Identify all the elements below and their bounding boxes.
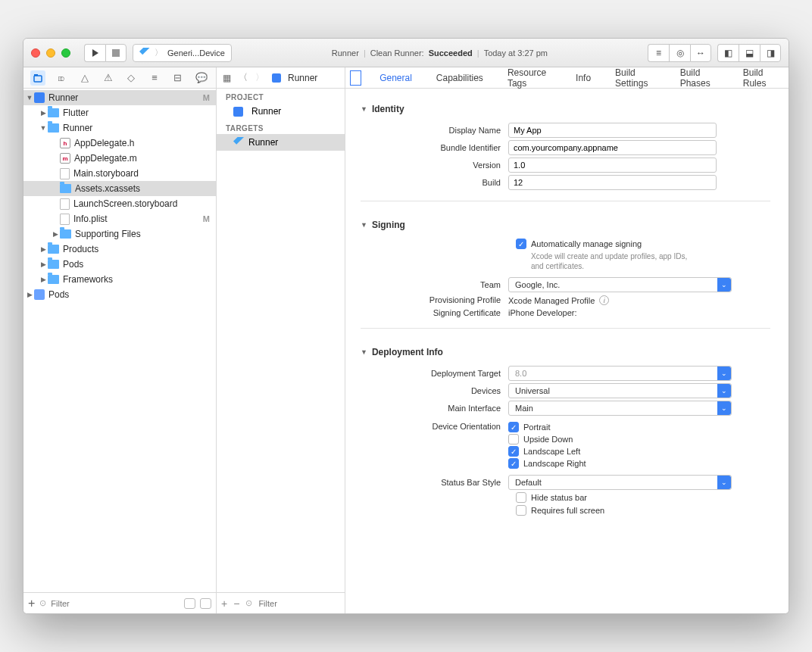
standard-editor-button[interactable]: ≡ [648, 44, 669, 62]
chevron-down-icon: ⌄ [717, 278, 731, 292]
tab-resource-tags[interactable]: Resource Tags [495, 67, 564, 88]
status-bar-style-select[interactable]: Default⌄ [508, 475, 732, 490]
bundle-id-input[interactable] [508, 140, 717, 155]
tree-item-label: LaunchScreen.storyboard [73, 198, 177, 209]
info-icon[interactable]: i [599, 295, 609, 305]
project-item-label: Runner [251, 106, 281, 117]
target-item[interactable]: Runner [217, 134, 345, 151]
main-interface-select[interactable]: Main⌄ [508, 401, 732, 416]
hide-status-bar-checkbox[interactable] [516, 492, 526, 503]
deployment-section-header[interactable]: ▼Deployment Info [361, 339, 770, 363]
deployment-target-select[interactable]: 8.0⌄ [508, 366, 732, 381]
scheme-selector[interactable]: 〉 Generi...Device [133, 44, 232, 62]
signing-section-header[interactable]: ▼Signing [361, 212, 770, 236]
close-button[interactable] [31, 48, 40, 58]
breadcrumb[interactable]: Runner [272, 73, 317, 83]
tree-item[interactable]: mAppDelegate.m [23, 151, 216, 166]
status-task: Clean Runner: [370, 48, 424, 58]
test-navigator-tab[interactable]: ≡ [147, 70, 162, 86]
tree-item[interactable]: LaunchScreen.storyboard [23, 196, 216, 211]
navigator-filter-input[interactable] [51, 597, 180, 610]
tab-build-phases[interactable]: Build Phases [668, 67, 731, 88]
folder-icon [48, 108, 59, 117]
toggle-right-panel-button[interactable]: ◨ [760, 44, 781, 62]
stop-button[interactable] [105, 44, 126, 62]
tab-build-rules[interactable]: Build Rules [731, 67, 789, 88]
zoom-button[interactable] [61, 48, 70, 58]
identity-section-header[interactable]: ▼Identity [361, 96, 770, 120]
tree-item-label: Products [63, 244, 98, 254]
orientation-checkbox[interactable] [508, 434, 519, 445]
build-input[interactable] [508, 175, 717, 190]
file-tree[interactable]: ▼ Runner M ▶Flutter▼RunnerhAppDelegate.h… [23, 89, 216, 592]
orientation-checkbox[interactable]: ✓ [508, 458, 519, 469]
signing-cert-label: Signing Certificate [361, 308, 508, 317]
version-editor-button[interactable]: ↔ [690, 44, 711, 62]
project-item[interactable]: Runner [217, 103, 345, 120]
display-name-input[interactable] [508, 123, 717, 138]
folder-icon [48, 260, 59, 269]
tree-item[interactable]: ▶Products [23, 242, 216, 257]
team-select[interactable]: Google, Inc.⌄ [508, 277, 732, 292]
add-target-button[interactable]: + [221, 597, 227, 610]
project-section-header: PROJECT [217, 89, 345, 103]
auto-signing-checkbox[interactable]: ✓ [516, 239, 526, 249]
minimize-button[interactable] [46, 48, 55, 58]
tree-item[interactable]: Info.plistM [23, 211, 216, 226]
remove-target-button[interactable]: − [233, 597, 239, 610]
signing-cert-value: iPhone Developer: [508, 308, 577, 317]
folder-icon [48, 123, 59, 133]
source-control-tab[interactable]: ⎄ [54, 70, 69, 86]
recent-filter-icon[interactable] [184, 598, 195, 609]
toggle-bottom-panel-button[interactable]: ⬓ [739, 44, 760, 62]
tree-item[interactable]: Assets.xcassets [23, 181, 216, 196]
related-items-icon[interactable]: ▦ [223, 73, 231, 83]
navigator-tabs: ⎄ △ ⚠ ◇ ≡ ⊟ 💬 [23, 67, 216, 89]
scm-filter-icon[interactable] [200, 598, 211, 609]
toggle-left-panel-button[interactable]: ◧ [717, 44, 739, 62]
tab-info[interactable]: Info [564, 67, 603, 88]
tree-item-label: Main.storyboard [73, 168, 139, 179]
settings-tabs: General Capabilities Resource Tags Info … [345, 67, 789, 89]
version-input[interactable] [508, 158, 717, 173]
tree-item-label: AppDelegate.m [74, 153, 137, 164]
project-root[interactable]: ▼ Runner M [23, 90, 216, 105]
issue-navigator-tab[interactable]: ◇ [123, 70, 139, 86]
header-file-icon: h [60, 138, 70, 148]
pods-project[interactable]: ▶ Pods [23, 287, 216, 302]
orientation-option-label: Landscape Right [523, 459, 586, 468]
pods-label: Pods [48, 289, 69, 300]
tree-item[interactable]: ▶Flutter [23, 105, 216, 120]
orientation-checkbox[interactable]: ✓ [508, 446, 519, 457]
tree-item-label: Info.plist [73, 214, 108, 224]
tree-item[interactable]: ▶Pods [23, 257, 216, 272]
back-button[interactable]: 〈 [239, 71, 248, 84]
orientation-option-label: Landscape Left [523, 447, 580, 456]
symbol-navigator-tab[interactable]: △ [77, 70, 92, 86]
toggle-target-list-button[interactable] [350, 70, 361, 86]
project-navigator-tab[interactable] [30, 70, 45, 86]
tree-item[interactable]: ▼Runner [23, 120, 216, 136]
tree-item[interactable]: Main.storyboard [23, 166, 216, 181]
devices-select[interactable]: Universal⌄ [508, 383, 732, 398]
assistant-editor-button[interactable]: ◎ [669, 44, 690, 62]
add-button[interactable]: + [28, 597, 35, 610]
tab-capabilities[interactable]: Capabilities [424, 67, 495, 88]
orientation-checkbox[interactable]: ✓ [508, 422, 519, 432]
tab-general[interactable]: General [367, 67, 424, 88]
tree-item[interactable]: ▶Supporting Files [23, 226, 216, 242]
tree-item[interactable]: ▶Frameworks [23, 272, 216, 287]
project-icon [34, 289, 45, 300]
tree-item[interactable]: hAppDelegate.h [23, 136, 216, 151]
tree-item-label: Supporting Files [75, 229, 141, 239]
find-navigator-tab[interactable]: ⚠ [101, 70, 116, 86]
debug-navigator-tab[interactable]: ⊟ [170, 70, 186, 86]
run-button[interactable] [84, 44, 105, 62]
forward-button[interactable]: 〉 [255, 71, 264, 84]
tab-build-settings[interactable]: Build Settings [603, 67, 668, 88]
provisioning-label: Provisioning Profile [361, 295, 508, 305]
requires-full-screen-checkbox[interactable] [516, 505, 526, 516]
report-navigator-tab[interactable]: 💬 [194, 70, 209, 86]
general-settings-content[interactable]: ▼Identity Display Name Bundle Identifier… [345, 89, 789, 613]
panel-toggle-group: ◧ ⬓ ◨ [717, 44, 781, 62]
